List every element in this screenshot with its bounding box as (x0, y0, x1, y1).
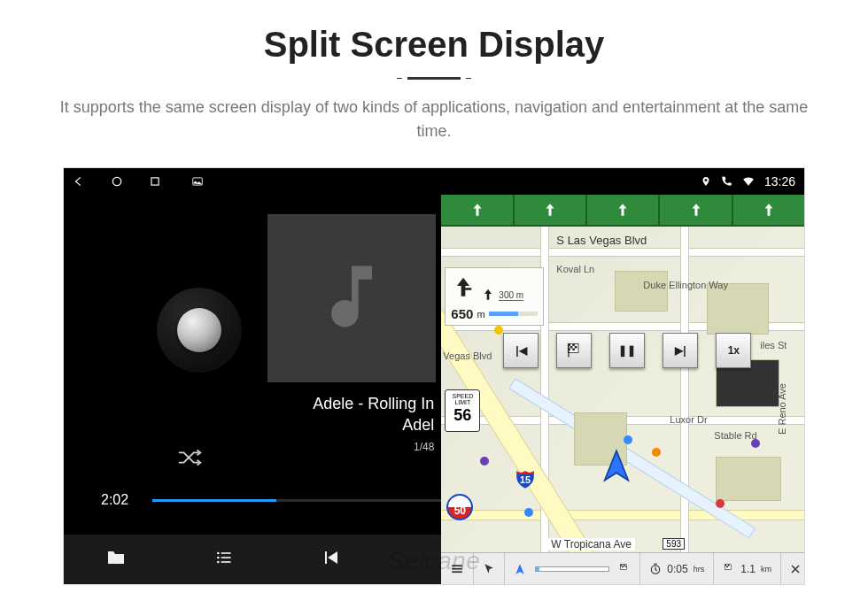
footer-eta: 0:05hrs (640, 553, 714, 584)
skip-previous-icon[interactable] (319, 547, 342, 572)
elapsed-time: 2:02 (101, 492, 128, 508)
lane-guidance-bar (441, 195, 804, 227)
svg-text:15: 15 (520, 474, 531, 485)
track-title: Adele - Rolling In (313, 393, 434, 414)
street-label: Koval Ln (556, 264, 594, 274)
svg-point-5 (217, 557, 220, 559)
speed-limit-value: 56 (446, 407, 479, 424)
map-pause-button[interactable]: ❚❚ (609, 333, 645, 368)
statusbar-time: 13:26 (764, 174, 795, 189)
street-label: iles St (760, 340, 787, 350)
track-index: 1/48 (313, 440, 434, 454)
music-note-icon (311, 256, 392, 341)
lane-arrow-icon (660, 195, 732, 225)
back-icon[interactable] (73, 175, 85, 188)
map-skip-fwd-button[interactable]: ▶| (663, 333, 698, 368)
house-number: 593 (663, 538, 685, 550)
playback-orb[interactable] (157, 288, 242, 373)
phone-icon (720, 175, 732, 188)
footer-menu-button[interactable] (441, 553, 474, 584)
wifi-icon (741, 175, 756, 188)
track-artist: Adel (313, 414, 434, 435)
turn-instruction: 300 m 650 m (445, 267, 544, 326)
footer-close-button[interactable] (781, 553, 804, 584)
gps-cursor-icon (599, 448, 634, 487)
street-label: Stable Rd (714, 430, 756, 441)
map-canvas[interactable]: S Las Vegas Blvd Koval Ln Duke Ellington… (441, 227, 804, 552)
turn-distance-value: 650 (451, 306, 473, 321)
shuffle-icon[interactable] (177, 447, 204, 472)
speed-limit-sign: SPEED LIMIT 56 (445, 389, 480, 432)
svg-rect-14 (453, 571, 463, 573)
title-underline (407, 77, 461, 80)
svg-rect-13 (453, 567, 463, 569)
interstate-shield-icon: 15 (514, 467, 537, 494)
turn-distance-unit: m (477, 309, 484, 320)
svg-point-3 (217, 552, 220, 555)
turn-left-icon (451, 273, 476, 301)
route-progress-bar (535, 566, 609, 572)
nav-footer: 0:05hrs 1.1km (441, 552, 804, 584)
picture-icon[interactable] (191, 175, 204, 188)
svg-rect-6 (221, 557, 231, 558)
svg-rect-4 (221, 552, 231, 554)
svg-point-0 (112, 177, 120, 185)
page-title: Split Screen Display (0, 25, 868, 65)
footer-cursor-button[interactable] (474, 553, 505, 584)
street-label: E Reno Ave (777, 383, 787, 435)
android-statusbar: 13:26 (64, 168, 804, 195)
album-art-placeholder (267, 214, 436, 382)
location-icon (701, 175, 711, 188)
street-label: W Tropicana Ave (547, 538, 635, 551)
street-label: S Las Vegas Blvd (556, 234, 647, 247)
map-skip-back-button[interactable]: |◀ (503, 333, 539, 368)
turn-right-next-icon: 300 m (481, 287, 523, 301)
route-progress (505, 553, 640, 584)
next-turn-distance: 300 m (499, 290, 523, 301)
street-label: Vegas Blvd (443, 350, 492, 361)
home-icon[interactable] (110, 174, 124, 189)
music-bottom-bar (64, 535, 441, 584)
lane-arrow-icon (515, 195, 587, 225)
map-flag-button[interactable] (556, 333, 592, 368)
device-screenshot: 13:26 Adele - Rolling In Adel 1/48 2:02 (64, 168, 804, 584)
folder-icon[interactable] (103, 547, 129, 572)
svg-point-7 (217, 561, 220, 564)
svg-rect-8 (221, 561, 231, 563)
svg-rect-1 (151, 178, 159, 185)
navigation-pane: S Las Vegas Blvd Koval Ln Duke Ellington… (441, 195, 804, 584)
track-info: Adele - Rolling In Adel 1/48 (313, 393, 434, 454)
list-icon[interactable] (211, 549, 237, 570)
street-label: Luxor Dr (670, 414, 707, 425)
lane-arrow-icon (587, 195, 660, 225)
music-pane: Adele - Rolling In Adel 1/48 2:02 (64, 195, 441, 584)
recent-icon[interactable] (149, 175, 161, 188)
svg-rect-12 (453, 565, 463, 566)
lane-arrow-icon (441, 195, 514, 225)
progress-fill (152, 499, 276, 502)
street-label: Duke Ellington Way (643, 280, 728, 290)
page-subtitle: It supports the same screen display of t… (44, 96, 824, 143)
progress-bar[interactable] (152, 499, 441, 502)
map-speed-button[interactable]: 1x (716, 333, 751, 368)
lane-arrow-icon (733, 195, 804, 225)
footer-distance: 1.1km (714, 553, 781, 584)
svg-rect-10 (569, 344, 570, 358)
